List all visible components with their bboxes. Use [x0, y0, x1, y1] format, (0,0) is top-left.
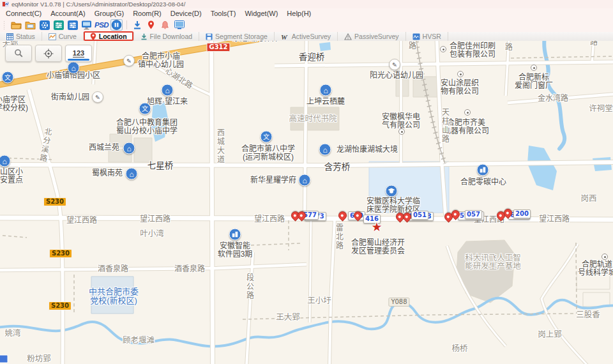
svg-text:W: W	[281, 33, 288, 40]
tab-label: File Download	[150, 33, 193, 40]
folder-icon[interactable]	[24, 19, 36, 31]
menu-item-help[interactable]: Help(H)	[282, 10, 315, 17]
residence-home-icon[interactable]: ⌂	[68, 62, 80, 74]
location-pin-icon	[90, 33, 96, 41]
tab-segment-storage[interactable]: Segment Storage	[199, 32, 275, 41]
residence-home-icon[interactable]: ⌂	[123, 142, 135, 155]
map-label: 安山涂层织物有限公司	[441, 79, 479, 96]
menu-item-group[interactable]: Group(G)	[90, 10, 128, 17]
station-id-badge[interactable]: 057	[465, 210, 482, 219]
download-icon[interactable]	[131, 19, 143, 31]
map-label: 合肥蜀山经济开发区管理委员会	[351, 239, 405, 255]
poi-dot-icon	[602, 254, 608, 260]
school-wen-icon[interactable]: 文	[2, 72, 14, 84]
map-label: 合肥新标爱阁门窗厂	[515, 73, 553, 90]
map-label: 王小圩	[307, 297, 331, 305]
menu-item-account[interactable]: Account(A)	[46, 10, 89, 17]
kindergarten-icon[interactable]: ✎	[389, 59, 400, 70]
config-teal-icon[interactable]	[52, 19, 64, 31]
psd-icon[interactable]: PSD	[95, 19, 109, 31]
menu-item-connect[interactable]: Connect(C)	[1, 10, 46, 17]
poi-dot-icon	[531, 64, 537, 71]
map-label: 岗西	[580, 195, 596, 203]
tab-curve[interactable]: Curve	[42, 32, 84, 41]
map-label: 合肥佳州印刷包装有限公司	[450, 42, 496, 59]
tab-label: Curve	[59, 33, 77, 40]
road-badge-g312: G312	[206, 43, 230, 52]
map-label: 香迎桥	[299, 53, 325, 61]
locate-icon	[43, 49, 54, 59]
map-label: 蜀枫南苑	[92, 169, 123, 178]
locate-button[interactable]	[35, 45, 62, 62]
menu-item-room[interactable]: Room(R)	[128, 10, 166, 17]
map-label: 王大郢	[276, 314, 300, 322]
map-controls: 123	[5, 45, 92, 62]
station-id-badge[interactable]: 051	[411, 211, 428, 220]
titlebar: eqMonitor V1.0.78 | C:/Users/Administrat…	[0, 0, 613, 8]
map-label: 科大讯飞人工智能研发生产基地	[465, 254, 521, 271]
map-label: 岗上郢	[538, 331, 562, 339]
map-label: 合肥八中教育集团蜀山分校小庙中学	[116, 119, 178, 135]
tab-file-download[interactable]: File Download	[134, 32, 200, 41]
map-pane[interactable]: 东旭湖光森林大郢合肥市小庙镇中心幼儿园香迎桥小庙镇怡园小区心湖北路路路路合肥佳州…	[0, 41, 613, 364]
coords-button[interactable]: 123	[65, 45, 92, 62]
residence-home-icon[interactable]: ⌂	[320, 84, 332, 96]
config-blue-icon[interactable]	[66, 19, 79, 31]
tab-hvsr[interactable]: HVSR	[406, 32, 448, 41]
window-title: eqMonitor V1.0.78 | C:/Users/Administrat…	[11, 1, 185, 8]
map-label: 街南幼儿园	[51, 93, 89, 102]
residence-home-icon[interactable]: ⌂	[299, 174, 311, 186]
tab-label: Location	[99, 33, 127, 40]
center-star-marker[interactable]: ★	[371, 220, 382, 234]
tab-activesurvey[interactable]: WActiveSurvey	[275, 32, 338, 41]
school-wen-icon[interactable]: 文	[139, 103, 151, 115]
menu-item-device[interactable]: Device(D)	[166, 10, 206, 17]
road-badge-blue	[0, 355, 8, 363]
kindergarten-icon[interactable]: ✎	[92, 91, 103, 103]
residence-home-icon[interactable]: ⌂	[319, 144, 331, 156]
residence-home-icon[interactable]: ⌂	[126, 168, 138, 180]
poi-dot-icon	[398, 128, 405, 135]
station-id-badge[interactable]: 200	[513, 209, 531, 218]
map-label: 上坤云栖麓	[306, 98, 345, 106]
tab-status[interactable]: Status	[0, 32, 42, 41]
location-pin-icon[interactable]	[145, 19, 157, 31]
display-icon[interactable]	[80, 19, 93, 31]
map-label: 龙湖怡康湖城大境	[337, 146, 398, 154]
map-label: 西城兰苑	[89, 144, 119, 152]
search-button[interactable]	[5, 45, 32, 62]
alarm-bell-icon[interactable]	[159, 19, 171, 31]
map-label: 姚湾	[4, 330, 20, 338]
map-label: 望江西路	[140, 215, 170, 224]
menu-item-widget[interactable]: Widget(W)	[240, 10, 282, 17]
tab-location[interactable]: Location	[84, 32, 134, 41]
school-wen-icon[interactable]: 文	[261, 131, 273, 143]
map-label: 路	[505, 43, 513, 52]
map-label: 雷北路	[335, 224, 343, 250]
map-label: 高速时代书院	[289, 115, 337, 123]
building-icon[interactable]	[477, 164, 489, 176]
screen-icon[interactable]	[173, 19, 185, 31]
university-icon[interactable]	[386, 185, 398, 197]
map-label: 合肥零碳中心	[460, 178, 506, 186]
app-icon	[2, 1, 9, 7]
tab-label: Segment Storage	[215, 33, 268, 40]
residence-home-icon[interactable]: ⌂	[162, 84, 174, 96]
file-download-icon	[140, 33, 148, 40]
tab-label: Status	[16, 33, 35, 40]
menu-item-tools[interactable]: Tools(T)	[206, 10, 241, 17]
map-label: 含芳桥	[324, 163, 351, 171]
pause-icon[interactable]	[110, 19, 123, 31]
map-label: 新华星耀学府	[250, 176, 296, 185]
tabbar: StatusCurveLocationFile DownloadSegment …	[0, 32, 613, 42]
building-icon[interactable]	[229, 229, 241, 241]
map-label: 望江西路	[66, 216, 97, 225]
tab-passivesurvey[interactable]: PassiveSurvey	[338, 32, 405, 41]
map-label: 合肥市小庙镇中心幼儿园	[138, 52, 184, 69]
status-grid-icon	[6, 33, 13, 40]
poi-dot-icon	[440, 46, 446, 52]
settings-gear-icon[interactable]	[38, 19, 50, 31]
map-label: 望江西路	[539, 215, 570, 224]
kindergarten-icon[interactable]: ✎	[123, 55, 135, 66]
open-folder-icon[interactable]	[10, 19, 22, 31]
